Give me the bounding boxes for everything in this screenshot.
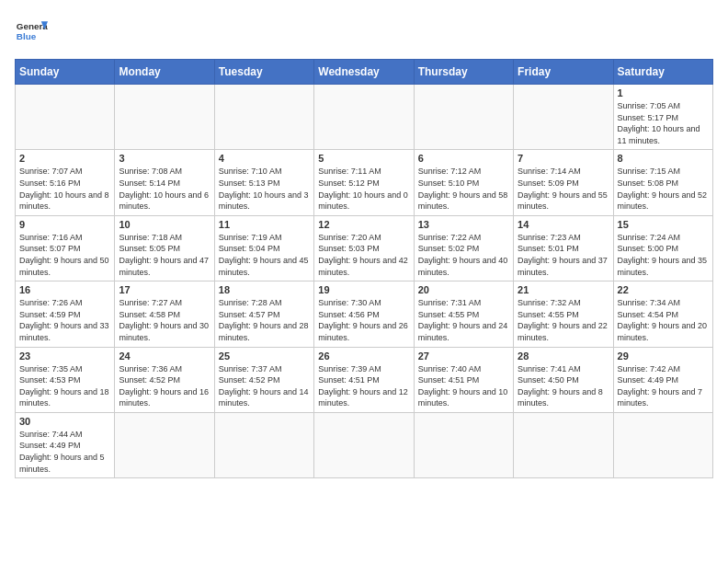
day-number: 5 [318,153,409,164]
calendar-cell: 21Sunrise: 7:32 AMSunset: 4:55 PMDayligh… [514,282,613,347]
calendar-cell [214,85,313,150]
calendar-cell: 26Sunrise: 7:39 AMSunset: 4:51 PMDayligh… [314,347,414,412]
calendar-cell: 19Sunrise: 7:30 AMSunset: 4:56 PMDayligh… [314,282,414,347]
calendar-cell: 8Sunrise: 7:15 AMSunset: 5:08 PMDaylight… [613,150,712,215]
day-number: 13 [418,219,509,230]
calendar-cell [514,85,613,150]
day-number: 17 [119,284,210,295]
calendar-cell: 27Sunrise: 7:40 AMSunset: 4:51 PMDayligh… [414,347,513,412]
day-info: Sunrise: 7:07 AMSunset: 5:16 PMDaylight:… [19,166,110,212]
calendar-week-row: 30Sunrise: 7:44 AMSunset: 4:49 PMDayligh… [16,412,713,477]
day-number: 20 [418,284,509,295]
day-number: 18 [219,284,310,295]
calendar-cell: 30Sunrise: 7:44 AMSunset: 4:49 PMDayligh… [16,412,115,477]
calendar-header-saturday: Saturday [613,60,712,85]
day-number: 11 [219,219,310,230]
day-info: Sunrise: 7:16 AMSunset: 5:07 PMDaylight:… [19,232,110,278]
calendar-cell: 17Sunrise: 7:27 AMSunset: 4:58 PMDayligh… [115,282,214,347]
day-number: 2 [19,153,110,164]
calendar-cell: 1Sunrise: 7:05 AMSunset: 5:17 PMDaylight… [613,85,712,150]
calendar-cell: 10Sunrise: 7:18 AMSunset: 5:05 PMDayligh… [115,215,214,281]
calendar-cell: 14Sunrise: 7:23 AMSunset: 5:01 PMDayligh… [514,215,613,281]
calendar-cell [613,412,712,477]
day-info: Sunrise: 7:39 AMSunset: 4:51 PMDaylight:… [318,363,409,409]
day-info: Sunrise: 7:10 AMSunset: 5:13 PMDaylight:… [219,166,310,212]
day-info: Sunrise: 7:27 AMSunset: 4:58 PMDaylight:… [119,297,210,343]
day-info: Sunrise: 7:37 AMSunset: 4:52 PMDaylight:… [219,363,310,409]
calendar-cell: 11Sunrise: 7:19 AMSunset: 5:04 PMDayligh… [214,215,313,281]
day-info: Sunrise: 7:35 AMSunset: 4:53 PMDaylight:… [19,363,110,409]
calendar-cell: 18Sunrise: 7:28 AMSunset: 4:57 PMDayligh… [214,282,313,347]
day-info: Sunrise: 7:18 AMSunset: 5:05 PMDaylight:… [119,232,210,278]
calendar-cell: 22Sunrise: 7:34 AMSunset: 4:54 PMDayligh… [613,282,712,347]
calendar-week-row: 2Sunrise: 7:07 AMSunset: 5:16 PMDaylight… [16,150,713,215]
calendar-week-row: 23Sunrise: 7:35 AMSunset: 4:53 PMDayligh… [16,347,713,412]
calendar-cell: 23Sunrise: 7:35 AMSunset: 4:53 PMDayligh… [16,347,115,412]
day-number: 6 [418,153,509,164]
day-number: 10 [119,219,210,230]
calendar-cell: 4Sunrise: 7:10 AMSunset: 5:13 PMDaylight… [214,150,313,215]
calendar-cell: 2Sunrise: 7:07 AMSunset: 5:16 PMDaylight… [16,150,115,215]
day-number: 1 [618,87,709,98]
day-number: 23 [19,350,110,362]
day-number: 24 [119,350,210,362]
day-info: Sunrise: 7:44 AMSunset: 4:49 PMDaylight:… [19,429,110,475]
day-number: 7 [518,153,609,164]
day-info: Sunrise: 7:36 AMSunset: 4:52 PMDaylight:… [119,363,210,409]
day-info: Sunrise: 7:26 AMSunset: 4:59 PMDaylight:… [19,297,110,343]
day-number: 27 [418,350,509,362]
calendar-cell: 20Sunrise: 7:31 AMSunset: 4:55 PMDayligh… [414,282,513,347]
day-number: 14 [518,219,609,230]
day-number: 25 [219,350,310,362]
calendar-header-tuesday: Tuesday [214,60,313,85]
calendar-cell: 13Sunrise: 7:22 AMSunset: 5:02 PMDayligh… [414,215,513,281]
calendar-cell: 15Sunrise: 7:24 AMSunset: 5:00 PMDayligh… [613,215,712,281]
day-info: Sunrise: 7:15 AMSunset: 5:08 PMDaylight:… [618,166,709,212]
calendar-header-row: SundayMondayTuesdayWednesdayThursdayFrid… [16,60,713,85]
day-info: Sunrise: 7:30 AMSunset: 4:56 PMDaylight:… [318,297,409,343]
day-info: Sunrise: 7:34 AMSunset: 4:54 PMDaylight:… [618,297,709,343]
calendar-week-row: 9Sunrise: 7:16 AMSunset: 5:07 PMDaylight… [16,215,713,281]
day-number: 4 [219,153,310,164]
calendar-cell [414,412,513,477]
day-number: 15 [618,219,709,230]
day-number: 30 [19,416,110,427]
calendar-cell: 7Sunrise: 7:14 AMSunset: 5:09 PMDaylight… [514,150,613,215]
calendar-week-row: 16Sunrise: 7:26 AMSunset: 4:59 PMDayligh… [16,282,713,347]
day-info: Sunrise: 7:12 AMSunset: 5:10 PMDaylight:… [418,166,509,212]
calendar-cell [115,85,214,150]
day-number: 16 [19,284,110,295]
day-number: 21 [518,284,609,295]
day-info: Sunrise: 7:20 AMSunset: 5:03 PMDaylight:… [318,232,409,278]
day-info: Sunrise: 7:28 AMSunset: 4:57 PMDaylight:… [219,297,310,343]
calendar-cell: 12Sunrise: 7:20 AMSunset: 5:03 PMDayligh… [314,215,414,281]
day-info: Sunrise: 7:19 AMSunset: 5:04 PMDaylight:… [219,232,310,278]
day-number: 19 [318,284,409,295]
calendar-header-thursday: Thursday [414,60,513,85]
logo: General Blue [15,15,48,48]
calendar-cell [314,85,414,150]
calendar-cell: 3Sunrise: 7:08 AMSunset: 5:14 PMDaylight… [115,150,214,215]
day-info: Sunrise: 7:42 AMSunset: 4:49 PMDaylight:… [618,363,709,409]
svg-text:Blue: Blue [17,31,37,41]
calendar-cell: 9Sunrise: 7:16 AMSunset: 5:07 PMDaylight… [16,215,115,281]
day-info: Sunrise: 7:31 AMSunset: 4:55 PMDaylight:… [418,297,509,343]
day-info: Sunrise: 7:32 AMSunset: 4:55 PMDaylight:… [518,297,609,343]
day-number: 8 [618,153,709,164]
day-info: Sunrise: 7:24 AMSunset: 5:00 PMDaylight:… [618,232,709,278]
day-number: 22 [618,284,709,295]
header: General Blue [15,15,713,48]
calendar-cell [314,412,414,477]
day-number: 28 [518,350,609,362]
calendar-cell: 25Sunrise: 7:37 AMSunset: 4:52 PMDayligh… [214,347,313,412]
calendar-cell [16,85,115,150]
calendar-header-friday: Friday [514,60,613,85]
calendar-cell [414,85,513,150]
calendar-cell: 6Sunrise: 7:12 AMSunset: 5:10 PMDaylight… [414,150,513,215]
day-info: Sunrise: 7:22 AMSunset: 5:02 PMDaylight:… [418,232,509,278]
calendar-header-wednesday: Wednesday [314,60,414,85]
day-number: 12 [318,219,409,230]
calendar-cell [115,412,214,477]
day-number: 9 [19,219,110,230]
calendar-table: SundayMondayTuesdayWednesdayThursdayFrid… [15,59,713,478]
